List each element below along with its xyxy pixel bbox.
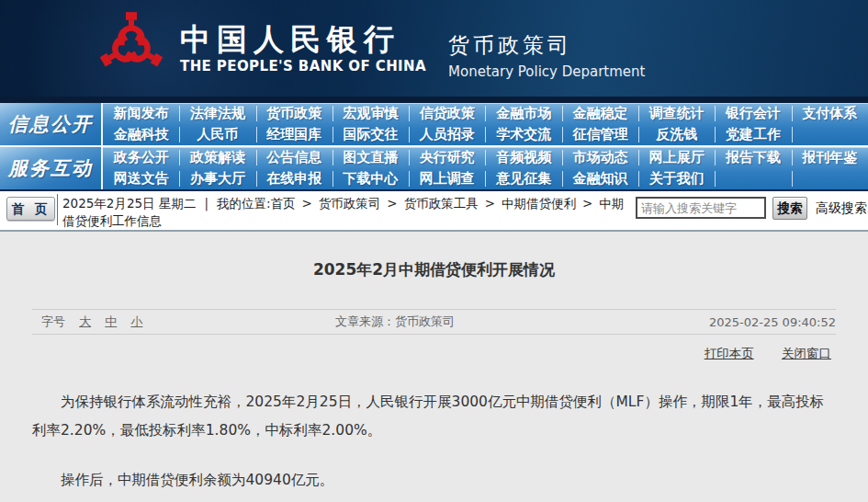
home-button-divider: [57, 194, 58, 225]
meta-divider-bottom: [32, 334, 836, 335]
nav-label-service-interaction[interactable]: 服务互动: [0, 147, 103, 189]
site-header: 中国人民银行 THE PEOPLE'S BANK OF CHINA 货币政策司 …: [0, 0, 868, 97]
nav-item[interactable]: 报告下载: [715, 147, 791, 168]
nav-item[interactable]: 支付体系: [792, 103, 868, 124]
breadcrumb-separator: >: [485, 196, 495, 211]
nav-item[interactable]: 人民币: [179, 124, 255, 145]
nav-item[interactable]: 人员招录: [409, 124, 485, 145]
search-input[interactable]: [636, 197, 766, 219]
search-button[interactable]: 搜索: [772, 197, 807, 220]
nav-item[interactable]: 党建工作: [715, 124, 791, 145]
current-date: 2025年2月25日 星期二: [62, 196, 196, 211]
font-size-small-link[interactable]: 小: [130, 314, 142, 328]
nav-item-empty: [715, 168, 791, 189]
nav-item[interactable]: 公告信息: [256, 147, 333, 168]
breadcrumb-separator: >: [387, 196, 397, 211]
article-body: 为保持银行体系流动性充裕，2025年2月25日，人民银行开展3000亿元中期借贷…: [32, 388, 836, 495]
article-meta-row: 字号 大 中 小 文章来源：货币政策司 2025-02-25 09:40:52: [32, 310, 836, 334]
nav-item-empty: [792, 124, 868, 145]
nav-item[interactable]: 征信管理: [562, 124, 638, 145]
nav-item[interactable]: 政策解读: [179, 147, 255, 168]
nav-item[interactable]: 央行研究: [409, 147, 485, 168]
header-divider-strip: [0, 97, 868, 103]
publish-datetime: 2025-02-25 09:40:52: [709, 315, 836, 329]
font-size-large-link[interactable]: 大: [79, 314, 91, 328]
nav-item[interactable]: 意见征集: [485, 168, 561, 189]
nav-item[interactable]: 在线申报: [256, 168, 333, 189]
article-paragraph: 为保持银行体系流动性充裕，2025年2月25日，人民银行开展3000亿元中期借贷…: [32, 388, 836, 445]
home-button[interactable]: 首 页: [6, 197, 55, 221]
nav-item[interactable]: 信贷政策: [409, 103, 485, 124]
nav-item[interactable]: 调查统计: [638, 103, 715, 124]
nav-item[interactable]: 音频视频: [485, 147, 561, 168]
source-label: 文章来源：: [335, 314, 395, 328]
print-page-link[interactable]: 打印本页: [705, 346, 754, 360]
nav-item[interactable]: 货币政策: [256, 103, 333, 124]
bank-title-block: 中国人民银行 THE PEOPLE'S BANK OF CHINA: [180, 23, 426, 74]
font-size-medium-link[interactable]: 中: [105, 314, 117, 328]
breadcrumb: 2025年2月25日 星期二|我的位置:首页>货币政策司>货币政策工具>中期借贷…: [62, 195, 630, 230]
nav-item[interactable]: 学术交流: [485, 124, 561, 145]
nav-item[interactable]: 国际交往: [333, 124, 409, 145]
breadcrumb-separator: >: [302, 196, 312, 211]
breadcrumb-bar-separator: |: [204, 196, 209, 211]
breadcrumb-bar: 首 页 2025年2月25日 星期二|我的位置:首页>货币政策司>货币政策工具>…: [0, 191, 868, 232]
breadcrumb-item[interactable]: 货币政策工具: [404, 196, 479, 211]
nav-item-empty: [792, 168, 868, 189]
nav-item[interactable]: 关于我们: [638, 168, 715, 189]
nav-item[interactable]: 新闻发布: [103, 103, 179, 124]
nav-item[interactable]: 图文直播: [333, 147, 409, 168]
department-name-en: Monetary Policy Department: [448, 63, 645, 80]
close-window-link[interactable]: 关闭窗口: [782, 346, 831, 360]
breadcrumb-location-home[interactable]: 我的位置:首页: [217, 196, 296, 211]
nav-item[interactable]: 网送文告: [103, 168, 179, 189]
nav-item[interactable]: 市场动态: [562, 147, 638, 168]
article-title: 2025年2月中期借贷便利开展情况: [0, 232, 868, 280]
nav-group-information-disclosure: 信息公开 新闻发布 法律法规 货币政策 宏观审慎 信贷政策 金融市场 金融稳定 …: [0, 103, 868, 145]
nav-item[interactable]: 报刊年鉴: [792, 147, 868, 168]
department-name-cn: 货币政策司: [448, 31, 645, 60]
advanced-search-link[interactable]: 高级搜索: [816, 200, 867, 217]
source-value: 货币政策司: [395, 314, 455, 328]
nav-item[interactable]: 下载中心: [333, 168, 409, 189]
nav-item[interactable]: 网上调查: [409, 168, 485, 189]
bank-name-cn: 中国人民银行: [180, 23, 426, 56]
nav-item[interactable]: 宏观审慎: [333, 103, 409, 124]
nav-item[interactable]: 金融市场: [485, 103, 561, 124]
main-navigation: 信息公开 新闻发布 法律法规 货币政策 宏观审慎 信贷政策 金融市场 金融稳定 …: [0, 103, 868, 191]
breadcrumb-item[interactable]: 中期借贷便利: [502, 196, 576, 211]
breadcrumb-separator: >: [582, 196, 592, 211]
nav-item[interactable]: 金融稳定: [562, 103, 638, 124]
nav-item[interactable]: 金融科技: [103, 124, 179, 145]
font-size-label: 字号: [41, 314, 65, 328]
nav-item[interactable]: 银行会计: [715, 103, 791, 124]
nav-item[interactable]: 法律法规: [179, 103, 255, 124]
article-paragraph: 操作后，中期借贷便利余额为40940亿元。: [32, 466, 836, 495]
department-title-block: 货币政策司 Monetary Policy Department: [448, 31, 645, 80]
nav-group-service-interaction: 服务互动 政务公开 政策解读 公告信息 图文直播 央行研究 音频视频 市场动态 …: [0, 147, 868, 189]
breadcrumb-item[interactable]: 货币政策司: [319, 196, 381, 211]
article-actions: 打印本页 关闭窗口: [0, 346, 831, 362]
nav-item[interactable]: 办事大厅: [179, 168, 255, 189]
nav-label-information-disclosure[interactable]: 信息公开: [0, 103, 103, 145]
pboc-emblem-icon: [92, 6, 171, 92]
article-content-area: 2025年2月中期借贷便利开展情况 字号 大 中 小 文章来源：货币政策司 20…: [0, 232, 868, 502]
nav-item[interactable]: 反洗钱: [638, 124, 715, 145]
nav-item[interactable]: 政务公开: [103, 147, 179, 168]
nav-item[interactable]: 经理国库: [256, 124, 333, 145]
nav-item[interactable]: 金融知识: [562, 168, 638, 189]
nav-item[interactable]: 网上展厅: [638, 147, 715, 168]
bank-name-en: THE PEOPLE'S BANK OF CHINA: [180, 58, 426, 74]
